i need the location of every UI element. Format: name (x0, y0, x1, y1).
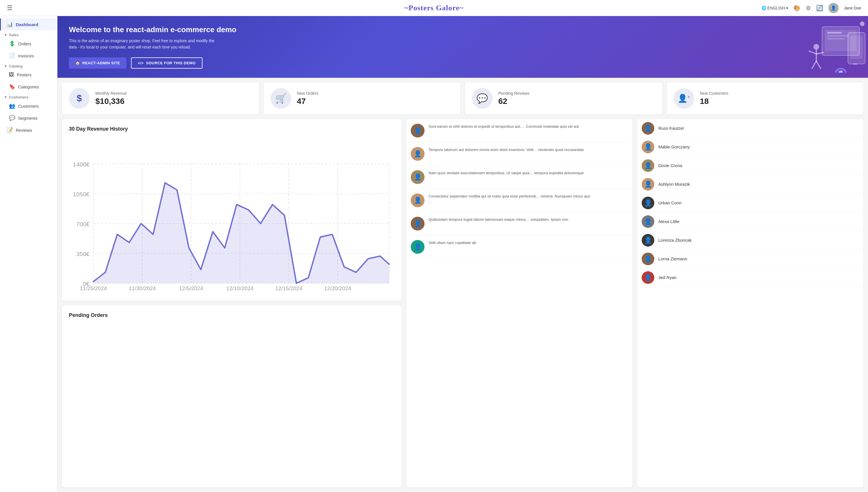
sidebar-item-categories[interactable]: 🔖 Categories (2, 81, 57, 93)
hamburger-menu-icon[interactable]: ☰ (7, 4, 13, 12)
customer-avatar: 👤 (642, 159, 654, 172)
svg-rect-0 (822, 27, 860, 55)
sidebar-item-segments[interactable]: 💬 Segments (2, 112, 57, 124)
hero-text: Welcome to the react-admin e-commerce de… (69, 25, 236, 69)
right-panels: 👤 Sunt earum et nihil dolores et impedit… (406, 119, 632, 487)
hero-title: Welcome to the react-admin e-commerce de… (69, 25, 236, 34)
customers-stat-label: New Customers (700, 91, 729, 96)
customer-item[interactable]: 👤 Alexa Little (637, 213, 863, 231)
review-avatar: 👤 (411, 240, 424, 254)
sidebar-categories-label: Categories (18, 84, 39, 89)
svg-point-8 (814, 44, 819, 50)
chevron-down-icon: ▾ (5, 64, 7, 68)
posters-icon: 🖼 (9, 72, 14, 78)
review-text: Quibusdam tempora fugiat labore laborios… (428, 217, 568, 230)
svg-rect-5 (848, 32, 865, 64)
svg-point-16 (839, 71, 843, 73)
reviews-panel: 👤 Sunt earum et nihil dolores et impedit… (406, 119, 632, 487)
app-title: ~Posters Galore~ (404, 4, 464, 12)
reviews-stat-label: Pending Reviews (498, 91, 530, 96)
svg-line-12 (812, 61, 816, 68)
review-text: Consectetur aspernatur mollitia qui sit … (428, 194, 590, 207)
dashboard-icon: 📊 (7, 21, 13, 28)
translate-icon: 🌐 (761, 6, 766, 10)
reviews-list: 👤 Sunt earum et nihil dolores et impedit… (406, 119, 632, 259)
customers-icon: 👥 (9, 103, 15, 109)
left-panels: 30 Day Revenue History 0€ 350€ 700€ 1050… (62, 119, 402, 487)
sidebar-posters-label: Posters (17, 72, 31, 77)
sidebar-item-orders[interactable]: 💲 Orders (2, 38, 57, 50)
customer-avatar: 👤 (642, 215, 654, 228)
hero-description: This is the admin of an imaginary poster… (69, 38, 218, 51)
sidebar-item-invoices[interactable]: 📄 Invoices (2, 50, 57, 62)
chart-title: 30 Day Revenue History (69, 126, 395, 132)
svg-line-11 (816, 52, 823, 54)
customers-icon-wrap: 👤+ (674, 88, 694, 109)
stat-info-orders: New Orders 47 (297, 91, 319, 106)
review-avatar: 👤 (411, 170, 424, 184)
review-item: 👤 Velit ullam nam cupiditate ab (406, 236, 632, 259)
sidebar-item-reviews[interactable]: 📝 Reviews (0, 124, 57, 136)
svg-point-14 (860, 22, 865, 26)
svg-point-15 (835, 68, 846, 73)
customer-item[interactable]: 👤 Dovie Crona (637, 156, 863, 175)
customer-item[interactable]: 👤 Mable Gorczany (637, 138, 863, 156)
sidebar-section-sales[interactable]: ▾ Sales (0, 30, 57, 38)
customer-item[interactable]: 👤 Lorenza Zboncak (637, 231, 863, 250)
customer-item[interactable]: 👤 Jed Ryan (637, 268, 863, 287)
orders-icon-wrap: 🛒 (271, 88, 291, 109)
customer-item[interactable]: 👤 Urban Conn (637, 194, 863, 213)
new-customers-panel: 👤 Russ Kautzer 👤 Mable Gorczany 👤 Dovie … (637, 119, 863, 487)
hero-banner: Welcome to the react-admin e-commerce de… (57, 16, 868, 78)
btn-secondary-label: SOURCE FOR THIS DEMO (146, 61, 195, 65)
review-text: Sunt earum et nihil dolores et impedit u… (428, 124, 579, 138)
react-admin-site-button[interactable]: 🏠 REACT-ADMIN SITE (69, 57, 126, 69)
y-label-700: 700€ (76, 221, 90, 227)
btn-primary-label: REACT-ADMIN SITE (83, 61, 120, 65)
svg-line-13 (816, 61, 821, 68)
review-item: 👤 Quibusdam tempora fugiat labore labori… (406, 212, 632, 236)
language-selector[interactable]: 🌐 ENGLISH ▾ (761, 6, 788, 10)
review-text: Velit ullam nam cupiditate ab (428, 240, 476, 254)
chevron-down-icon: ▾ (5, 95, 7, 99)
stat-info-revenue: Monthly Revenue $10,336 (95, 91, 127, 106)
add-user-icon: 👤+ (678, 94, 690, 103)
sidebar-customers-label: Customers (18, 104, 39, 108)
orders-value: 47 (297, 97, 319, 106)
sidebar-section-customers[interactable]: ▾ Customers (0, 93, 57, 100)
x-label-4: 12/10/2024 (226, 285, 254, 291)
sidebar-item-dashboard[interactable]: 📊 Dashboard (0, 18, 57, 30)
sidebar-item-posters[interactable]: 🖼 Posters (2, 69, 57, 81)
user-name: Jane Doe (844, 6, 861, 10)
orders-label: New Orders (297, 91, 319, 96)
content-row: 30 Day Revenue History 0€ 350€ 700€ 1050… (57, 119, 868, 492)
svg-rect-3 (827, 35, 849, 36)
sidebar-section-catalog[interactable]: ▾ Catalog (0, 62, 57, 69)
customer-name: Alexa Little (658, 219, 679, 224)
customer-name: Mable Gorczany (658, 144, 689, 149)
sidebar-item-customers[interactable]: 👥 Customers (2, 100, 57, 112)
customer-item[interactable]: 👤 Ashlynn Murazik (637, 175, 863, 194)
x-label-2: 11/30/2024 (129, 285, 156, 291)
customer-item[interactable]: 👤 Lorna Ziemann (637, 250, 863, 268)
source-demo-button[interactable]: </> SOURCE FOR THIS DEMO (131, 57, 203, 69)
x-label-5: 12/15/2024 (275, 285, 302, 291)
customer-item[interactable]: 👤 Russ Kautzer (637, 119, 863, 138)
x-label-3: 12/5/2024 (179, 285, 203, 291)
reviews-icon-wrap: 💬 (472, 88, 493, 109)
reviews-icon: 📝 (7, 127, 13, 133)
review-avatar: 👤 (411, 194, 424, 207)
refresh-icon[interactable]: 🔄 (816, 5, 823, 11)
revenue-icon-wrap: $ (69, 88, 90, 109)
settings-icon[interactable]: ⚙ (806, 5, 811, 11)
stat-info-customers: New Customers 18 (700, 91, 729, 106)
invoices-icon: 📄 (9, 52, 15, 59)
customer-name: Urban Conn (658, 200, 682, 205)
customer-avatar: 👤 (642, 271, 654, 284)
avatar[interactable]: 👤 (828, 3, 839, 13)
customer-name: Dovie Crona (658, 163, 682, 168)
segments-icon: 💬 (9, 115, 15, 121)
hero-illustration (776, 16, 868, 78)
chevron-down-icon: ▾ (786, 6, 788, 10)
theme-icon[interactable]: 🎨 (793, 5, 800, 11)
